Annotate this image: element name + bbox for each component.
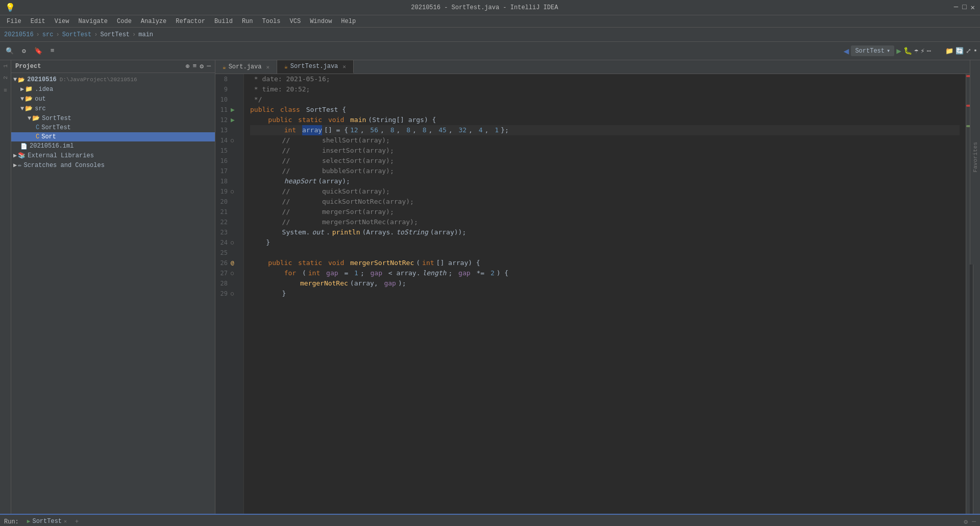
tree-item-src[interactable]: ▼ 📂 src <box>11 104 215 113</box>
run-button[interactable]: ▶ <box>896 46 901 56</box>
left-strip-project-icon[interactable]: 1 <box>3 64 9 68</box>
gutter-11[interactable]: ▶ <box>231 105 241 115</box>
tree-item-sorttest-folder[interactable]: ▼ 📂 SortTest <box>11 113 215 123</box>
tree-label-sorttest-folder: SortTest <box>42 115 71 122</box>
toolbar-bookmark-icon[interactable]: 🔖 <box>31 45 45 57</box>
gutter-27[interactable]: ○ <box>231 268 241 278</box>
tree-item-sort-java[interactable]: C Sort <box>11 132 215 141</box>
sync-icon[interactable]: 🔄 <box>955 47 964 55</box>
sidebar-actions: ⊕ ≡ ⚙ ─ <box>186 62 211 70</box>
sort-tab-close[interactable]: ✕ <box>266 64 270 70</box>
menu-vcs[interactable]: VCS <box>286 17 305 26</box>
menu-build[interactable]: Build <box>210 17 237 26</box>
menu-edit[interactable]: Edit <box>27 17 50 26</box>
tree-expand-icon-ext: ▶ <box>13 152 17 159</box>
toolbar-settings-icon[interactable]: ⚙ <box>19 45 29 57</box>
coverage-button[interactable]: ☂ <box>914 46 918 55</box>
run-config-selector[interactable]: SortTest ▾ <box>851 45 894 56</box>
menu-help[interactable]: Help <box>337 17 360 26</box>
breadcrumb-src[interactable]: src <box>42 31 54 38</box>
tree-item-idea[interactable]: ▶ 📁 .idea <box>11 84 215 94</box>
sidebar-settings-icon[interactable]: ⚙ <box>200 62 204 70</box>
tree-item-iml[interactable]: 📄 20210516.iml <box>11 141 215 151</box>
menu-tools[interactable]: Tools <box>258 17 285 26</box>
menu-code[interactable]: Code <box>113 17 136 26</box>
run-tab-close[interactable]: ✕ <box>64 518 67 524</box>
breadcrumb-sorttest-folder[interactable]: SortTest <box>62 31 92 38</box>
menu-refactor[interactable]: Refactor <box>172 17 209 26</box>
tree-item-ext-libs[interactable]: ▶ 📚 External Libraries <box>11 151 215 160</box>
tree-item-root[interactable]: ▼ 📂 20210516 D:\JavaProject\20210516 <box>11 75 215 84</box>
sorttest-tab-close[interactable]: ✕ <box>342 63 346 70</box>
menu-run[interactable]: Run <box>238 17 257 26</box>
code-line-15: // insertSort(array); <box>250 146 960 156</box>
code-lines[interactable]: * date: 2021-05-16; * time: 20:52; */ pu… <box>244 74 966 514</box>
linenum-11: 11 <box>215 105 231 115</box>
breadcrumb-main[interactable]: main <box>138 31 153 38</box>
tree-label-sort-java: Sort <box>41 133 56 140</box>
tree-label-out: out <box>35 95 46 103</box>
main-area: 1 2 ≡ Project ⊕ ≡ ⚙ ─ ▼ 📂 20210516 D:\Ja… <box>0 60 980 514</box>
more-run-icon[interactable]: ⋯ <box>927 46 931 55</box>
maximize-button[interactable]: □ <box>962 3 966 12</box>
sort-java-icon: C <box>36 133 39 140</box>
window-title: 20210516 - SortTest.java - IntelliJ IDEA <box>411 4 558 11</box>
linenum-20: 20 <box>215 197 231 207</box>
run-add-tab[interactable]: + <box>75 518 79 525</box>
tab-sort-java[interactable]: ☕ Sort.java ✕ <box>215 60 277 74</box>
minimize-button[interactable]: ─ <box>954 3 958 12</box>
gutter-12[interactable]: ▶ <box>231 115 241 125</box>
menu-view[interactable]: View <box>51 17 74 26</box>
tree-expand-icon: ▼ <box>13 76 17 83</box>
code-line-26: public static void mergerSortNotRec(int[… <box>250 258 960 268</box>
expand-icon[interactable]: ⤢ <box>966 47 971 55</box>
sorttest-tab-icon: ☕ <box>284 63 288 70</box>
menu-navigate[interactable]: Navigate <box>74 17 112 26</box>
toolbar-structure-icon[interactable]: ≡ <box>47 45 58 56</box>
nav-sep-1: › <box>36 31 40 38</box>
tree-expand-icon-out: ▼ <box>20 95 24 103</box>
sorttest-java-icon: C <box>36 124 39 131</box>
toolbar-search-icon[interactable]: 🔍 <box>3 45 17 57</box>
gutter-24[interactable]: ○ <box>231 237 241 248</box>
layout-icon[interactable]: ▪ <box>973 47 977 55</box>
sidebar-minimize-icon[interactable]: ─ <box>207 62 211 70</box>
tree-label-scratches: Scratches and Consoles <box>23 162 104 169</box>
menu-window[interactable]: Window <box>306 17 336 26</box>
left-strip-structure-icon[interactable]: ≡ <box>4 87 7 93</box>
menu-analyze[interactable]: Analyze <box>137 17 170 26</box>
gutter-14[interactable]: ○ <box>231 135 241 146</box>
close-button[interactable]: ✕ <box>971 3 975 12</box>
breadcrumb-sorttest-class[interactable]: SortTest <box>100 31 130 38</box>
code-line-18: heapSort(array); <box>250 176 960 186</box>
linenum-28: 28 <box>215 278 231 289</box>
tree-item-scratches[interactable]: ▶ ✏ Scratches and Consoles <box>11 160 215 170</box>
debug-button[interactable]: 🐛 <box>903 46 912 55</box>
gutter-26: @ <box>231 258 241 268</box>
menu-file[interactable]: File <box>3 17 26 26</box>
left-strip-commit-icon[interactable]: 2 <box>3 76 9 80</box>
favorites-label[interactable]: Favorites <box>972 142 978 172</box>
gutter-19[interactable]: ○ <box>231 186 241 197</box>
sidebar-collapse-icon[interactable]: ≡ <box>193 62 197 70</box>
profile-button[interactable]: ⚡ <box>920 46 924 55</box>
sort-tab-icon: ☕ <box>223 64 226 70</box>
left-icon-strip: 1 2 ≡ <box>0 60 11 514</box>
run-tab-sorttest[interactable]: ▶ SortTest ✕ <box>23 516 71 527</box>
tree-item-out[interactable]: ▼ 📂 out <box>11 94 215 104</box>
sidebar-add-icon[interactable]: ⊕ <box>186 62 190 70</box>
code-editor[interactable]: 8 9 10 11 ▶ 12 ▶ <box>215 74 973 514</box>
tree-item-sorttest-java[interactable]: C SortTest <box>11 123 215 132</box>
project-icon[interactable]: 📁 <box>945 47 953 55</box>
code-line-21: // mergerSort(array); <box>250 207 960 217</box>
tab-sorttest-java[interactable]: ☕ SortTest.java ✕ <box>277 60 354 74</box>
tree-collapse-icon-idea: ▶ <box>20 85 24 93</box>
code-line-24: } <box>250 237 960 248</box>
back-arrow-icon[interactable]: ◀ <box>844 45 849 57</box>
run-panel: Run: ▶ SortTest ✕ + ⚙ ─ ▶ ■ ↓ 🖨 🗑 ↩ ⊞ ⤢ … <box>0 514 980 526</box>
run-minimize-icon[interactable]: ─ <box>972 518 976 525</box>
gutter-29[interactable]: ○ <box>231 289 241 299</box>
breadcrumb-project[interactable]: 20210516 <box>4 31 34 38</box>
code-line-12: public static void main(String[] args) { <box>250 115 960 125</box>
run-settings-icon[interactable]: ⚙ <box>964 518 968 526</box>
